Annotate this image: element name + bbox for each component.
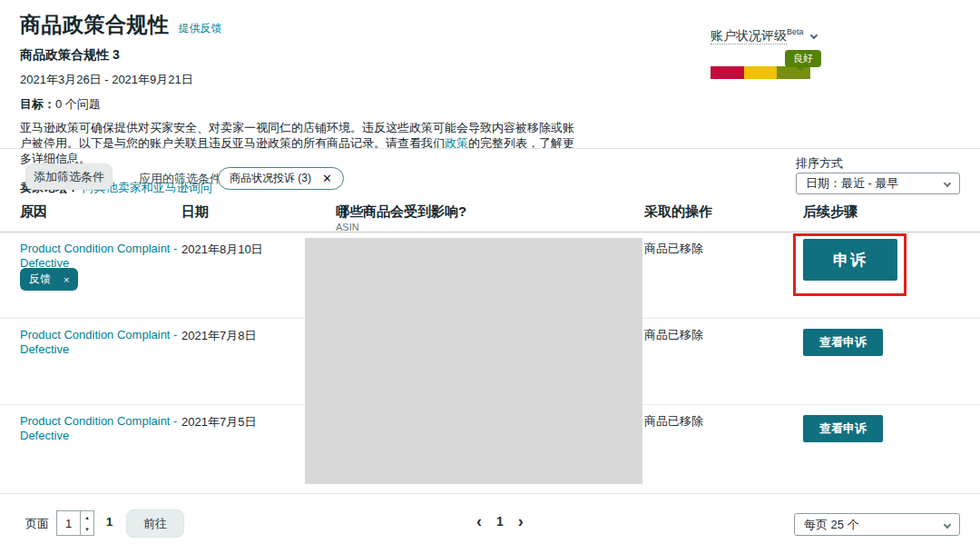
row-action-taken: 商品已移除 [644, 327, 703, 343]
goal-value: 0 个问题 [55, 97, 101, 111]
policy-description: 亚马逊政策可确保提供对买家安全、对卖家一视同仁的店铺环境。违反这些政策可能会导致… [20, 120, 581, 166]
health-segment-red [710, 66, 744, 79]
health-bar: 良好 [710, 66, 810, 79]
feedback-badge[interactable]: 反馈 × [20, 268, 78, 291]
close-icon[interactable]: × [64, 274, 69, 285]
date-range: 2021年3月26日 - 2021年9月21日 [20, 72, 619, 88]
health-segment-yellow [744, 66, 777, 79]
column-header-next-steps: 后续步骤 [803, 203, 858, 221]
complaint-link[interactable]: Product Condition Complaint - Defective [20, 242, 183, 271]
health-segment-green [777, 66, 810, 79]
add-filter-button[interactable]: 添加筛选条件 [25, 163, 113, 190]
page-number-stepper[interactable]: ▲ ▼ [80, 511, 93, 535]
column-subheader-asin: ASIN [336, 222, 359, 232]
view-appeal-button[interactable]: 查看申诉 [803, 415, 883, 442]
total-pages: 1 [106, 515, 113, 529]
goal-line: 目标：0 个问题 [20, 96, 619, 113]
compliance-subtitle: 商品政策合规性 3 [20, 47, 619, 64]
page-title: 商品政策合规性 [20, 11, 170, 39]
sort-select-value: 日期：最近 - 最早 [806, 175, 899, 192]
remove-filter-icon[interactable]: ✕ [322, 172, 332, 185]
table-header-row: 原因 日期 哪些商品会受到影响? 采取的操作 后续步骤 ASIN [0, 202, 980, 232]
row-action-taken: 商品已移除 [644, 241, 703, 257]
account-health-rating-toggle[interactable]: 账户状况评级Beta [710, 27, 819, 45]
column-header-affected: 哪些商品会受到影响? [336, 203, 466, 221]
stepper-up-icon[interactable]: ▲ [81, 511, 93, 523]
goal-label: 目标： [20, 97, 55, 111]
feedback-link[interactable]: 提供反馈 [179, 21, 222, 36]
pager: ‹ 1 › [476, 514, 524, 529]
row-date: 2021年8月10日 [181, 242, 263, 258]
complaint-link[interactable]: Product Condition Complaint - Defective [20, 414, 183, 443]
sort-select[interactable]: 日期：最近 - 最早 [796, 173, 960, 194]
current-page: 1 [496, 514, 504, 529]
chevron-down-icon [810, 31, 818, 38]
beta-tag: Beta [787, 27, 804, 36]
per-page-value: 每页 25 个 [804, 517, 859, 533]
account-health-widget: 账户状况评级Beta 良好 [710, 27, 819, 79]
column-header-reason: 原因 [20, 203, 47, 221]
product-policy-compliance-page: 商品政策合规性 提供反馈 商品政策合规性 3 2021年3月26日 - 2021… [0, 0, 980, 544]
account-health-label: 账户状况评级 [710, 28, 787, 45]
page-number-input[interactable]: 1 ▲ ▼ [56, 510, 94, 536]
appeal-button[interactable]: 申诉 [803, 239, 897, 281]
section-divider [0, 148, 980, 149]
row-action-taken: 商品已移除 [644, 413, 703, 430]
section-divider [0, 493, 980, 494]
page-label: 页面 [25, 516, 49, 532]
redacted-asin-area [305, 238, 642, 484]
chevron-down-icon [944, 520, 951, 528]
stepper-down-icon[interactable]: ▼ [81, 523, 93, 535]
column-header-date: 日期 [181, 203, 209, 221]
page-number-value: 1 [57, 511, 80, 535]
filter-pill[interactable]: 商品状况投诉 (3) ✕ [218, 167, 344, 190]
next-page-icon[interactable]: › [518, 515, 524, 528]
feedback-badge-label: 反馈 [29, 272, 51, 287]
sort-label: 排序方式 [796, 155, 843, 172]
previous-page-icon[interactable]: ‹ [476, 515, 482, 528]
per-page-select[interactable]: 每页 25 个 [794, 513, 960, 536]
row-date: 2021年7月8日 [181, 328, 256, 344]
column-header-action: 采取的操作 [644, 203, 712, 221]
row-date: 2021年7月5日 [181, 414, 256, 430]
go-button[interactable]: 前往 [126, 509, 184, 538]
view-appeal-button[interactable]: 查看申诉 [803, 329, 883, 356]
chevron-down-icon [944, 180, 951, 187]
filter-pill-label: 商品状况投诉 (3) [230, 171, 311, 186]
complaint-link[interactable]: Product Condition Complaint - Defective [20, 328, 183, 357]
health-rating-badge: 良好 [785, 50, 821, 67]
